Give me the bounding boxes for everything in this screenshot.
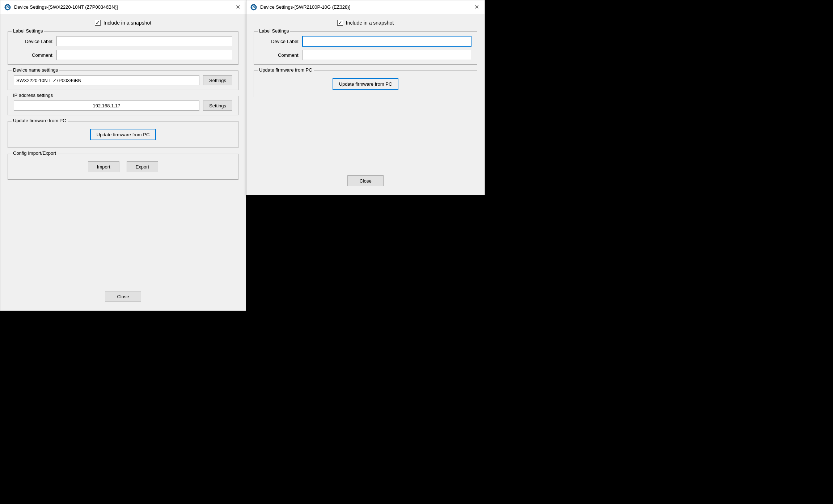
firmware-title-2: Update firmware from PC (258, 67, 314, 73)
dialog-2-close-button[interactable]: ✕ (472, 3, 481, 12)
svg-point-5 (253, 7, 254, 8)
config-buttons-1: Import Export (14, 158, 232, 175)
export-button-1[interactable]: Export (127, 161, 158, 172)
ip-settings-button-1[interactable]: Settings (203, 101, 232, 111)
dialog-1-close-button[interactable]: ✕ (233, 3, 242, 12)
dialog-1-title-text: Device Settings-[SWX2220-10NT (Z7P00346B… (14, 4, 118, 10)
firmware-group-1: Update firmware from PC Update firmware … (8, 121, 238, 148)
firmware-group-2: Update firmware from PC Update firmware … (254, 71, 477, 97)
comment-label-2: Comment: (260, 52, 300, 58)
close-button-2[interactable]: Close (347, 175, 383, 186)
import-button-1[interactable]: Import (88, 161, 119, 172)
device-label-label-1: Device Label: (14, 39, 54, 44)
device-name-input-1[interactable] (14, 75, 199, 85)
dialog-2: Device Settings-[SWR2100P-10G (EZ328)] ✕… (246, 0, 485, 195)
label-settings-title-1: Label Settings (12, 28, 44, 34)
dialog-1-titlebar: Device Settings-[SWX2220-10NT (Z7P00346B… (0, 0, 246, 14)
snapshot-checkbox-2[interactable]: ✓ (337, 20, 343, 26)
app-icon-2 (250, 4, 257, 11)
comment-row-2: Comment: (260, 50, 471, 60)
dialog-1-body: ✓ Include in a snapshot Label Settings D… (0, 14, 246, 311)
dialog-1: Device Settings-[SWX2220-10NT (Z7P00346B… (0, 0, 246, 311)
update-firmware-button-2[interactable]: Update firmware from PC (333, 78, 399, 90)
snapshot-label-1: Include in a snapshot (103, 20, 151, 26)
comment-input-2[interactable] (303, 50, 471, 60)
dialog-1-snapshot-row: ✓ Include in a snapshot (8, 20, 238, 26)
device-name-title-1: Device name settings (12, 67, 59, 73)
close-button-1[interactable]: Close (105, 291, 141, 302)
label-settings-group-2: Label Settings Device Label: Comment: (254, 31, 477, 65)
close-row-1: Close (8, 288, 238, 305)
comment-row-1: Comment: (14, 50, 232, 60)
close-icon-1: ✕ (236, 4, 240, 10)
update-firmware-button-1[interactable]: Update firmware from PC (90, 129, 156, 140)
device-name-group-1: Device name settings Settings (8, 71, 238, 90)
config-title-1: Config Import/Export (12, 150, 58, 156)
dialog-2-titlebar: Device Settings-[SWR2100P-10G (EZ328)] ✕ (246, 0, 485, 14)
app-icon-1 (4, 4, 11, 11)
dialog-2-snapshot-row: ✓ Include in a snapshot (254, 20, 477, 26)
desktop: Device Settings-[SWX2220-10NT (Z7P00346B… (0, 0, 833, 311)
dialog-1-title-left: Device Settings-[SWX2220-10NT (Z7P00346B… (4, 4, 118, 11)
snapshot-checkbox-1[interactable]: ✓ (95, 20, 101, 26)
ip-row-1: Settings (14, 101, 232, 111)
firmware-title-1: Update firmware from PC (12, 118, 68, 123)
device-label-input-1[interactable] (56, 36, 232, 46)
dialog-2-title-left: Device Settings-[SWR2100P-10G (EZ328)] (250, 4, 350, 11)
device-label-row-1: Device Label: (14, 36, 232, 46)
config-group-1: Config Import/Export Import Export (8, 154, 238, 180)
check-icon-1: ✓ (96, 20, 100, 26)
label-settings-title-2: Label Settings (258, 28, 290, 34)
close-row-2: Close (254, 172, 477, 189)
snapshot-label-2: Include in a snapshot (346, 20, 394, 26)
device-name-row-1: Settings (14, 75, 232, 85)
close-icon-2: ✕ (474, 4, 479, 10)
label-settings-group-1: Label Settings Device Label: Comment: (8, 31, 238, 65)
comment-input-1[interactable] (56, 50, 232, 60)
check-icon-2: ✓ (338, 20, 342, 26)
comment-label-1: Comment: (14, 52, 54, 58)
ip-settings-title-1: IP address settings (12, 93, 54, 98)
ip-input-1[interactable] (14, 101, 199, 111)
ip-settings-group-1: IP address settings Settings (8, 96, 238, 115)
dialog-2-body: ✓ Include in a snapshot Label Settings D… (246, 14, 485, 195)
device-name-settings-button-1[interactable]: Settings (203, 75, 232, 85)
svg-point-2 (7, 7, 8, 8)
dialog-2-title-text: Device Settings-[SWR2100P-10G (EZ328)] (260, 4, 350, 10)
device-label-label-2: Device Label: (260, 39, 300, 44)
device-label-row-2: Device Label: (260, 36, 471, 46)
device-label-input-2[interactable] (303, 36, 471, 46)
